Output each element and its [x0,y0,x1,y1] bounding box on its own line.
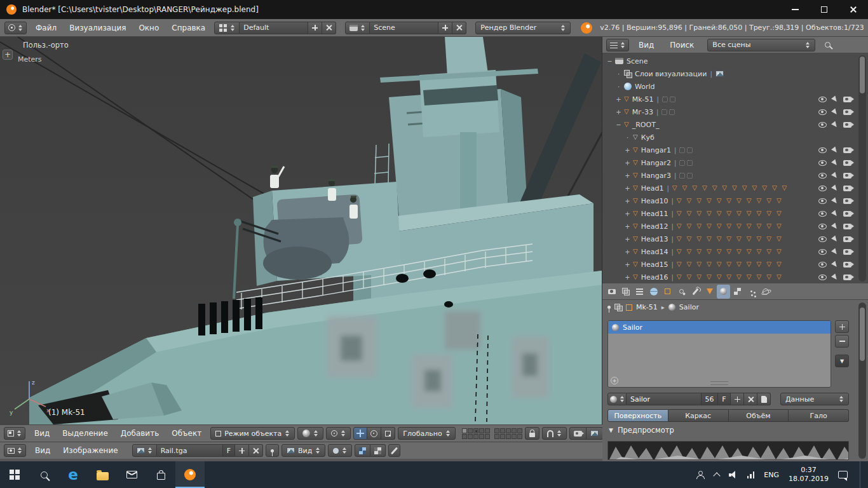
visibility-icon[interactable] [818,97,827,102]
translate-manipulator-button[interactable] [353,427,367,440]
file-explorer-button[interactable] [88,461,117,488]
expand-toggle-icon[interactable]: + [624,159,631,166]
pivot-dropdown[interactable] [326,427,351,440]
slot-specials-button[interactable]: ▼ [835,355,849,367]
store-button[interactable] [146,461,175,488]
viewport-shading-dropdown[interactable] [297,427,323,440]
selectability-icon[interactable] [831,172,839,179]
tab-texture[interactable] [731,285,744,299]
renderability-icon[interactable] [843,274,851,280]
lock-to-scene-button[interactable] [525,427,539,440]
expand-toggle-icon[interactable]: + [615,109,622,116]
fake-user-button[interactable]: F [223,444,235,457]
people-icon[interactable] [696,471,705,478]
renderability-icon[interactable] [843,249,851,255]
layer-cell[interactable] [506,434,511,439]
selectability-icon[interactable] [831,210,839,217]
selectability-icon[interactable] [831,273,839,281]
expand-toggle-icon[interactable]: − [615,121,622,128]
layer-cell[interactable] [462,428,467,433]
layer-cell[interactable] [512,434,517,439]
outliner-row[interactable]: +▽Mk-51| [602,93,868,105]
tab-object-data[interactable] [703,285,716,299]
material-type-button[interactable]: Поверхность [607,409,668,422]
outliner-row[interactable]: ·World [602,80,868,93]
selectability-icon[interactable] [831,121,839,128]
editor-type-button[interactable] [606,39,629,51]
copy-material-button[interactable] [757,393,771,405]
menu-item[interactable]: Вид [28,429,56,438]
renderability-icon[interactable] [843,186,851,191]
scrollbar-thumb[interactable] [860,57,865,93]
pivot-small-dropdown[interactable] [328,444,352,457]
outliner-row[interactable]: −Scene [602,55,868,67]
selectability-icon[interactable] [831,184,839,192]
layer-cell[interactable] [473,434,478,439]
expand-toggle-icon[interactable]: + [624,185,631,192]
renderability-icon[interactable] [843,262,851,268]
layer-cell[interactable] [468,428,473,433]
material-slot[interactable]: Sailor [608,321,831,334]
add-screen-button[interactable] [308,22,322,34]
selectability-icon[interactable] [831,146,839,154]
transform-orientation-dropdown[interactable]: Глобально [398,427,455,440]
layer-cell[interactable] [500,428,505,433]
tab-modifiers[interactable] [689,285,702,299]
editor-type-button[interactable] [4,22,27,34]
layer-cell[interactable] [479,434,484,439]
selectability-icon[interactable] [831,197,839,205]
menu-item[interactable]: Вид [29,446,57,455]
material-name-field[interactable]: Sailor [627,393,702,405]
remove-slot-button[interactable] [835,335,849,348]
language-indicator[interactable]: ENG [764,471,779,479]
layer-cell[interactable] [468,434,473,439]
properties-scrollbar[interactable] [858,302,866,459]
visibility-icon[interactable] [818,160,827,166]
renderability-icon[interactable] [843,147,851,153]
renderability-icon[interactable] [843,160,851,166]
fake-user-button[interactable]: F [718,393,731,405]
layer-cell[interactable] [479,428,484,433]
material-slot-list[interactable]: Sailor + [607,320,831,388]
layer-cell[interactable] [517,428,522,433]
uv-view-dropdown[interactable]: Вид [281,444,325,457]
visibility-icon[interactable] [818,211,827,217]
render-engine-dropdown[interactable]: Рендер Blender [475,22,571,34]
outliner-row[interactable]: +▽Мг-33| [602,105,868,118]
scene-name-field[interactable]: Scene [370,22,438,34]
visibility-icon[interactable] [818,109,827,115]
opengl-animation-button[interactable] [587,427,603,440]
browse-images-button[interactable] [132,444,157,457]
visibility-icon[interactable] [818,236,827,242]
expand-toggle-icon[interactable]: + [624,248,631,255]
expand-toggle-icon[interactable]: + [624,198,631,205]
selectability-icon[interactable] [831,261,839,268]
pin-icon[interactable] [607,306,611,309]
selectability-icon[interactable] [831,235,839,243]
outliner-scope-dropdown[interactable]: Все сцены [707,39,815,51]
layer-cell[interactable] [500,434,505,439]
expand-toggle-icon[interactable]: + [624,236,631,243]
outliner-row[interactable]: +▽Hangar2| [602,156,868,169]
layer-cell[interactable] [494,434,499,439]
preview-panel-header[interactable]: ▼ Предпросмотр [609,426,674,435]
menu-item[interactable]: Справка [165,24,212,32]
color-channel-button[interactable] [355,444,370,457]
link-data-dropdown[interactable]: Данные [780,393,849,405]
pin-button[interactable] [266,444,279,457]
outliner-row[interactable]: +▽Head13|▽▽▽▽▽▽▽▽▽▽▽ [602,233,868,245]
visibility-icon[interactable] [818,198,827,204]
visibility-icon[interactable] [818,274,827,280]
menu-item[interactable]: Файл [29,24,63,32]
snap-dropdown[interactable] [542,427,567,440]
outliner[interactable]: −Scene·Слои визуализации|·World+▽Mk-51|+… [602,53,868,283]
expand-toggle-icon[interactable]: + [624,223,631,230]
browse-materials-button[interactable] [607,393,627,405]
menu-item[interactable]: Добавить [114,429,165,438]
unlink-material-button[interactable] [744,393,757,405]
renderability-icon[interactable] [843,173,851,179]
opengl-render-button[interactable] [569,427,587,440]
renderability-icon[interactable] [843,211,851,217]
paint-mode-button[interactable] [388,444,400,457]
tab-scene[interactable] [633,285,646,299]
